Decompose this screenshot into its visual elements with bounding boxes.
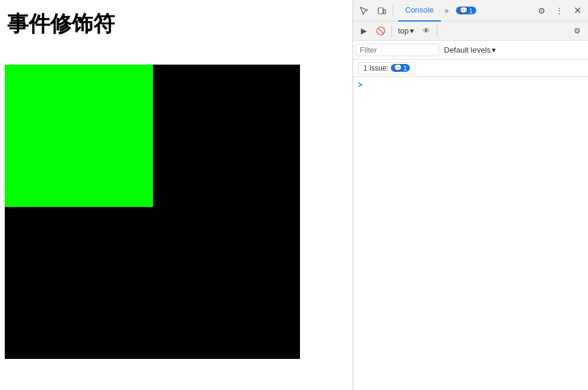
tab-console-label: Console: [405, 5, 434, 14]
issues-label: 1 Issue:: [363, 64, 388, 72]
svg-rect-1: [384, 10, 385, 14]
context-chevron-icon: ▾: [410, 26, 414, 35]
issues-button[interactable]: 1 Issue: 💬 1: [358, 62, 415, 74]
devtools-top-toolbar: Console » 💬 1 ⚙ ⋮ ✕: [353, 0, 588, 22]
filter-bar: Default levels ▾: [353, 41, 588, 60]
context-label: top: [398, 26, 409, 35]
execute-button[interactable]: ▶: [357, 24, 371, 38]
device-toolbar-button[interactable]: [373, 2, 390, 19]
console-content: >: [353, 77, 588, 390]
devtools-panel: Console » 💬 1 ⚙ ⋮ ✕ ▶ 🚫: [353, 0, 588, 390]
levels-chevron-icon: ▾: [492, 45, 496, 54]
console-settings-button[interactable]: ⚙: [570, 24, 584, 38]
page-title: 事件修饰符: [0, 0, 353, 45]
canvas-container: [5, 65, 300, 359]
issues-badge-count: 1: [403, 65, 407, 72]
badge-count: 1: [469, 7, 473, 14]
toolbar2-separator: [391, 25, 392, 37]
issues-badge: 💬 1: [391, 64, 410, 72]
filter-input[interactable]: [356, 44, 439, 56]
devtools-tabs: Console »: [398, 0, 452, 22]
toolbar-separator: [393, 5, 393, 17]
badge-icon: 💬: [460, 7, 468, 14]
default-levels-button[interactable]: Default levels ▾: [442, 44, 498, 56]
context-selector-button[interactable]: top ▾: [396, 26, 416, 35]
devtools-badge: 💬 1: [456, 7, 476, 14]
page-area: 事件修饰符: [0, 0, 353, 390]
issues-bar: 1 Issue: 💬 1: [353, 60, 588, 77]
devtools-settings-button[interactable]: ⚙: [533, 2, 550, 19]
svg-rect-0: [378, 8, 383, 14]
toolbar2-separator2: [437, 25, 437, 37]
tab-console[interactable]: Console: [398, 0, 441, 22]
tab-more-label: »: [445, 6, 449, 15]
default-levels-label: Default levels: [444, 45, 491, 54]
issues-badge-icon: 💬: [394, 64, 402, 72]
tab-more-button[interactable]: »: [441, 0, 452, 22]
console-arrow[interactable]: >: [353, 79, 588, 90]
green-block: [5, 65, 153, 207]
live-expression-button[interactable]: 👁: [419, 24, 433, 38]
devtools-second-toolbar: ▶ 🚫 top ▾ 👁 ⚙: [353, 22, 588, 41]
inspect-element-button[interactable]: [356, 2, 372, 19]
clear-console-button[interactable]: 🚫: [373, 24, 388, 38]
devtools-close-button[interactable]: ✕: [569, 2, 586, 19]
devtools-more-button[interactable]: ⋮: [551, 2, 568, 19]
